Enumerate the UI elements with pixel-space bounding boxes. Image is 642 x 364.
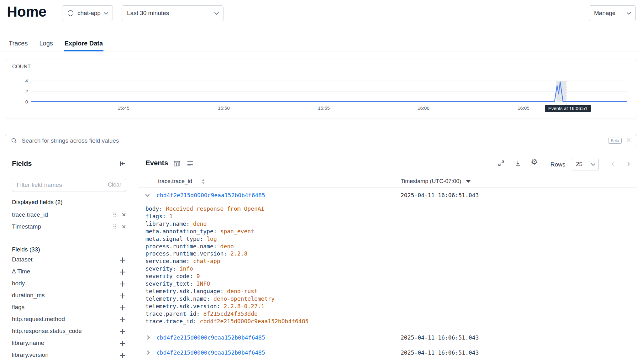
home-page: Home chat-app Last 30 minutes Manage Tra… bbox=[0, 0, 642, 364]
displayed-field-label: trace.trace_id bbox=[12, 211, 108, 218]
detail-line: severity_text:INFO bbox=[145, 280, 637, 288]
trace-id-link[interactable]: cbd4f2e215d0000c9eaa152b0b4f6485 bbox=[156, 349, 265, 356]
add-field-icon[interactable]: + bbox=[119, 256, 126, 264]
field-label: http.response.status_code bbox=[12, 328, 114, 335]
field-label: duration_ms bbox=[12, 292, 114, 299]
expand-icon[interactable] bbox=[498, 160, 505, 167]
tab-explore-data[interactable]: Explore Data bbox=[64, 36, 103, 51]
beta-badge: Beta bbox=[608, 138, 622, 144]
field-row: http.request.method + bbox=[12, 313, 126, 325]
time-range-selector[interactable]: Last 30 minutes bbox=[122, 5, 224, 21]
field-filter: Clear bbox=[12, 178, 126, 192]
table-view-icon[interactable] bbox=[173, 160, 181, 167]
detail-line: service.name:chat-app bbox=[145, 257, 637, 265]
displayed-field-row: Timestamp ⠿ × bbox=[12, 221, 126, 233]
rows-per-page-value: 25 bbox=[576, 161, 582, 168]
field-label: library.version bbox=[12, 351, 114, 358]
detail-line: severity:info bbox=[145, 265, 637, 272]
trace-id-link[interactable]: cbd4f2e215d0000c9eaa152b0b4f6485 bbox=[156, 334, 265, 341]
drag-handle-icon[interactable]: ⠿ bbox=[113, 212, 117, 218]
all-fields-title: Fields (33) bbox=[12, 246, 126, 254]
add-field-icon[interactable]: + bbox=[119, 315, 126, 324]
field-label: body bbox=[12, 280, 114, 287]
search-input[interactable] bbox=[22, 137, 604, 144]
events-table: trace.trace_id Timestamp (UTC-07:00) cbd… bbox=[138, 175, 637, 360]
add-field-icon[interactable]: + bbox=[119, 351, 126, 359]
dataset-label: chat-app bbox=[77, 10, 101, 17]
search-icon bbox=[11, 138, 17, 144]
x-tick: 15:45 bbox=[109, 105, 138, 111]
add-field-icon[interactable]: + bbox=[119, 327, 126, 335]
download-icon[interactable] bbox=[514, 160, 521, 167]
add-field-icon[interactable]: + bbox=[119, 291, 126, 300]
main-tabs: Traces Logs Explore Data bbox=[0, 36, 642, 51]
detail-line: process.runtime.name:deno bbox=[145, 243, 637, 250]
field-row: duration_ms + bbox=[12, 289, 126, 301]
remove-field-icon[interactable]: × bbox=[122, 223, 126, 230]
filter-clear-button[interactable]: Clear bbox=[108, 182, 121, 188]
x-tick: 15:50 bbox=[210, 105, 238, 111]
dataset-hexagon-icon bbox=[67, 10, 74, 17]
event-timestamp: 2025-04-11 16:06:51.043 bbox=[401, 349, 479, 356]
collapse-row-icon[interactable] bbox=[145, 193, 150, 197]
add-field-icon[interactable]: + bbox=[119, 339, 126, 347]
chart-tooltip: Events at 16:06:51 bbox=[545, 105, 591, 112]
x-tick: 16:05 bbox=[509, 105, 538, 111]
events-title: Events bbox=[145, 159, 168, 167]
field-row: http.response.status_code + bbox=[12, 325, 126, 337]
collapse-panel-icon[interactable] bbox=[119, 160, 126, 167]
expand-row-icon[interactable] bbox=[145, 351, 150, 355]
field-filter-input[interactable] bbox=[17, 182, 105, 188]
chevron-down-icon bbox=[591, 161, 595, 166]
gear-icon[interactable]: ⚙ bbox=[531, 158, 538, 166]
x-tick: 16:00 bbox=[409, 105, 438, 111]
field-label: Dataset bbox=[12, 256, 114, 263]
next-page-icon[interactable] bbox=[625, 161, 632, 167]
remove-field-icon[interactable]: × bbox=[122, 211, 126, 219]
displayed-field-row: trace.trace_id ⠿ × bbox=[12, 209, 126, 221]
chevron-down-icon bbox=[214, 10, 219, 14]
event-row[interactable]: cbd4f2e215d0000c9eaa152b0b4f6485 2025-04… bbox=[138, 330, 637, 345]
event-detail: body:Received response from OpenAI flags… bbox=[138, 202, 637, 330]
manage-label: Manage bbox=[594, 10, 616, 17]
detail-line: meta.annotation_type:span_event bbox=[145, 228, 637, 235]
search-close-icon[interactable]: × bbox=[626, 136, 631, 145]
detail-line: meta.signal_type:log bbox=[145, 235, 637, 243]
field-label: library.name bbox=[12, 340, 114, 346]
tab-logs[interactable]: Logs bbox=[39, 36, 53, 51]
event-row[interactable]: cbd4f2e215d0000c9eaa152b0b4f6485 2025-04… bbox=[138, 188, 637, 202]
trace-id-link[interactable]: cbd4f2e215d0000c9eaa152b0b4f6485 bbox=[156, 192, 265, 198]
fields-title: Fields bbox=[12, 160, 32, 168]
add-field-icon[interactable]: + bbox=[119, 303, 126, 312]
displayed-fields-title: Displayed fields (2) bbox=[12, 199, 126, 206]
detail-line: telemetry.sdk.language:deno-rust bbox=[145, 288, 637, 295]
manage-button[interactable]: Manage bbox=[589, 5, 636, 21]
detail-line: telemetry.sdk.name:deno-opentelemetry bbox=[145, 295, 637, 303]
add-field-icon[interactable]: + bbox=[119, 267, 126, 276]
field-label: Δ Time bbox=[12, 268, 114, 275]
field-row: body + bbox=[12, 277, 126, 289]
sort-icon bbox=[201, 179, 206, 184]
column-header-timestamp[interactable]: Timestamp (UTC-07:00) bbox=[394, 175, 637, 187]
previous-page-icon[interactable] bbox=[609, 161, 616, 167]
displayed-field-label: Timestamp bbox=[12, 223, 108, 230]
tab-traces[interactable]: Traces bbox=[8, 36, 28, 51]
rows-per-page-select[interactable]: 25 bbox=[572, 158, 599, 171]
field-label: flags bbox=[12, 304, 114, 311]
event-timestamp: 2025-04-11 16:06:51.043 bbox=[401, 192, 479, 198]
event-row[interactable]: cbd4f2e215d0000c9eaa152b0b4f6485 2025-04… bbox=[138, 345, 637, 360]
field-row: library.version + bbox=[12, 349, 126, 361]
column-header-trace-id[interactable]: trace.trace_id bbox=[138, 175, 394, 187]
field-row: flags + bbox=[12, 301, 126, 313]
expand-row-icon[interactable] bbox=[145, 335, 150, 340]
rows-label: Rows bbox=[550, 161, 566, 168]
dataset-selector[interactable]: chat-app bbox=[62, 5, 113, 21]
detail-line: trace.parent_id:8f215cd24f353dde bbox=[145, 310, 637, 318]
list-view-icon[interactable] bbox=[187, 160, 194, 167]
detail-line: telemetry.sdk.version:2.2.8-0.27.1 bbox=[145, 303, 637, 310]
sort-desc-icon bbox=[466, 180, 471, 183]
add-field-icon[interactable]: + bbox=[119, 279, 126, 288]
drag-handle-icon[interactable]: ⠿ bbox=[113, 224, 117, 230]
events-table-header: trace.trace_id Timestamp (UTC-07:00) bbox=[138, 175, 637, 188]
time-range-label: Last 30 minutes bbox=[127, 10, 169, 17]
